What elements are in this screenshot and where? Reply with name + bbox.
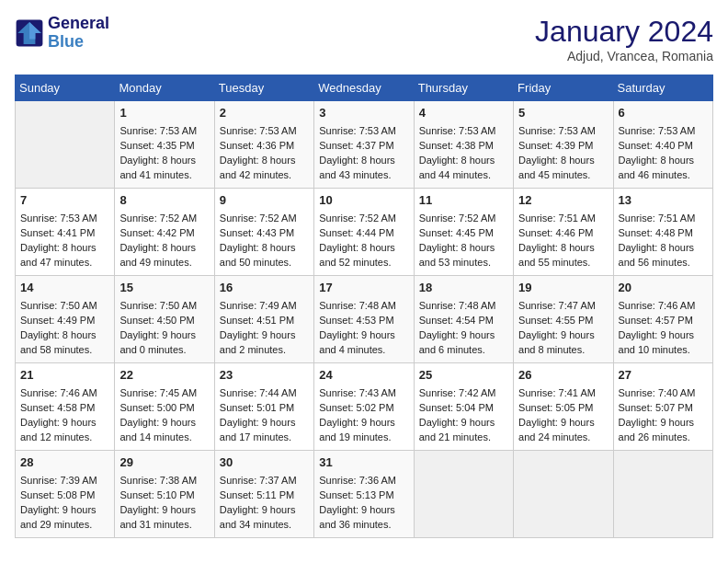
- day-number: 23: [220, 367, 309, 385]
- calendar-cell: [16, 101, 115, 189]
- day-info-line: Sunset: 4:44 PM: [319, 226, 408, 241]
- day-info-line: and 19 minutes.: [319, 431, 408, 445]
- day-info-line: Daylight: 9 hours: [20, 503, 109, 518]
- day-info-line: Daylight: 8 hours: [619, 154, 708, 168]
- day-info-line: Sunrise: 7:50 AM: [119, 299, 209, 314]
- day-info-line: Daylight: 9 hours: [119, 328, 209, 343]
- day-info-line: and 26 minutes.: [619, 431, 708, 445]
- day-info-line: and 41 minutes.: [119, 168, 209, 183]
- day-info-line: Sunset: 5:11 PM: [220, 488, 309, 503]
- day-info-line: Daylight: 8 hours: [518, 154, 608, 168]
- calendar-cell: 9Sunrise: 7:52 AMSunset: 4:43 PMDaylight…: [214, 189, 313, 276]
- day-info-line: Sunset: 5:04 PM: [419, 401, 508, 416]
- day-info-line: Sunrise: 7:52 AM: [220, 212, 309, 226]
- day-number: 10: [319, 192, 408, 210]
- day-info-line: Sunrise: 7:53 AM: [119, 124, 209, 139]
- day-info-line: Daylight: 9 hours: [518, 328, 608, 343]
- day-info-line: Daylight: 8 hours: [319, 241, 408, 256]
- day-info-line: Sunset: 4:46 PM: [518, 226, 608, 241]
- day-info-line: Daylight: 9 hours: [319, 503, 408, 518]
- day-info-line: and 55 minutes.: [518, 256, 608, 270]
- day-info-line: Sunrise: 7:48 AM: [319, 299, 408, 314]
- calendar-cell: 27Sunrise: 7:40 AMSunset: 5:07 PMDayligh…: [613, 363, 712, 451]
- day-info-line: Sunset: 5:05 PM: [518, 401, 608, 416]
- calendar-cell: 21Sunrise: 7:46 AMSunset: 4:58 PMDayligh…: [16, 363, 115, 451]
- day-info-line: Sunset: 4:51 PM: [220, 314, 309, 328]
- day-number: 15: [119, 280, 209, 297]
- month-title: January 2024: [535, 15, 713, 49]
- calendar-header-row: SundayMondayTuesdayWednesdayThursdayFrid…: [16, 75, 713, 101]
- day-info-line: Daylight: 8 hours: [518, 241, 608, 256]
- day-info-line: Sunrise: 7:51 AM: [619, 212, 708, 226]
- calendar-week-row: 21Sunrise: 7:46 AMSunset: 4:58 PMDayligh…: [16, 363, 713, 451]
- calendar-cell: 17Sunrise: 7:48 AMSunset: 4:53 PMDayligh…: [314, 276, 414, 363]
- day-info-line: Sunset: 5:01 PM: [220, 401, 309, 416]
- day-number: 13: [619, 192, 708, 210]
- calendar-cell: 7Sunrise: 7:53 AMSunset: 4:41 PMDaylight…: [16, 189, 115, 276]
- day-info-line: Daylight: 9 hours: [518, 416, 608, 431]
- day-info-line: Sunset: 4:35 PM: [119, 139, 209, 154]
- day-info-line: Sunrise: 7:49 AM: [220, 299, 309, 314]
- day-info-line: and 4 minutes.: [319, 343, 408, 358]
- day-info-line: Sunrise: 7:47 AM: [518, 299, 608, 314]
- day-info-line: Sunrise: 7:52 AM: [319, 212, 408, 226]
- day-number: 2: [220, 105, 309, 122]
- calendar-cell: 5Sunrise: 7:53 AMSunset: 4:39 PMDaylight…: [514, 101, 613, 189]
- day-number: 1: [119, 105, 209, 122]
- day-info-line: and 42 minutes.: [220, 168, 309, 183]
- calendar-week-row: 7Sunrise: 7:53 AMSunset: 4:41 PMDaylight…: [16, 189, 713, 276]
- calendar-cell: 25Sunrise: 7:42 AMSunset: 5:04 PMDayligh…: [414, 363, 513, 451]
- header-tuesday: Tuesday: [214, 75, 313, 101]
- day-number: 18: [419, 280, 508, 297]
- day-number: 26: [518, 367, 608, 385]
- day-info-line: and 49 minutes.: [119, 256, 209, 270]
- day-info-line: Sunrise: 7:48 AM: [419, 299, 508, 314]
- header-monday: Monday: [115, 75, 214, 101]
- day-info-line: Sunset: 5:02 PM: [319, 401, 408, 416]
- calendar-cell: 15Sunrise: 7:50 AMSunset: 4:50 PMDayligh…: [115, 276, 214, 363]
- calendar-cell: [514, 451, 613, 538]
- day-info-line: Daylight: 9 hours: [20, 416, 109, 431]
- day-number: 30: [220, 454, 309, 472]
- calendar-cell: 6Sunrise: 7:53 AMSunset: 4:40 PMDaylight…: [613, 101, 712, 189]
- day-info-line: Daylight: 9 hours: [619, 416, 708, 431]
- day-info-line: Sunset: 4:40 PM: [619, 139, 708, 154]
- day-info-line: Daylight: 9 hours: [220, 328, 309, 343]
- day-info-line: Sunset: 4:43 PM: [220, 226, 309, 241]
- calendar-cell: 28Sunrise: 7:39 AMSunset: 5:08 PMDayligh…: [16, 451, 115, 538]
- logo: General Blue: [15, 15, 109, 52]
- calendar-cell: 4Sunrise: 7:53 AMSunset: 4:38 PMDaylight…: [414, 101, 513, 189]
- day-info-line: Sunset: 5:13 PM: [319, 488, 408, 503]
- calendar-cell: 1Sunrise: 7:53 AMSunset: 4:35 PMDaylight…: [115, 101, 214, 189]
- calendar-week-row: 1Sunrise: 7:53 AMSunset: 4:35 PMDaylight…: [16, 101, 713, 189]
- day-number: 14: [20, 280, 109, 297]
- day-info-line: and 36 minutes.: [319, 518, 408, 533]
- location-subtitle: Adjud, Vrancea, Romania: [535, 49, 713, 63]
- day-number: 11: [419, 192, 508, 210]
- calendar-cell: 12Sunrise: 7:51 AMSunset: 4:46 PMDayligh…: [514, 189, 613, 276]
- day-info-line: Sunset: 4:55 PM: [518, 314, 608, 328]
- day-number: 21: [20, 367, 109, 385]
- day-info-line: Sunrise: 7:52 AM: [119, 212, 209, 226]
- calendar-cell: 20Sunrise: 7:46 AMSunset: 4:57 PMDayligh…: [613, 276, 712, 363]
- day-info-line: and 50 minutes.: [220, 256, 309, 270]
- day-info-line: Sunset: 4:49 PM: [20, 314, 109, 328]
- day-info-line: Sunrise: 7:44 AM: [220, 386, 309, 401]
- day-info-line: and 8 minutes.: [518, 343, 608, 358]
- calendar-cell: [414, 451, 513, 538]
- day-info-line: Sunset: 4:50 PM: [119, 314, 209, 328]
- day-info-line: Daylight: 8 hours: [119, 241, 209, 256]
- calendar-cell: 3Sunrise: 7:53 AMSunset: 4:37 PMDaylight…: [314, 101, 414, 189]
- day-info-line: Sunset: 4:38 PM: [419, 139, 508, 154]
- day-info-line: and 31 minutes.: [119, 518, 209, 533]
- day-info-line: Sunrise: 7:45 AM: [119, 386, 209, 401]
- header-friday: Friday: [514, 75, 613, 101]
- day-info-line: Daylight: 9 hours: [319, 328, 408, 343]
- day-number: 16: [220, 280, 309, 297]
- day-info-line: Sunrise: 7:50 AM: [20, 299, 109, 314]
- day-info-line: Sunset: 4:48 PM: [619, 226, 708, 241]
- day-number: 25: [419, 367, 508, 385]
- day-info-line: and 45 minutes.: [518, 168, 608, 183]
- day-number: 24: [319, 367, 408, 385]
- day-info-line: Daylight: 8 hours: [20, 328, 109, 343]
